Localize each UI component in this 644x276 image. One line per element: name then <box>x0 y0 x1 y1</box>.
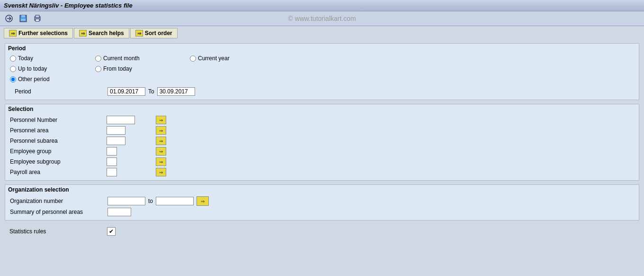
radio-current-month-label: Current month <box>103 55 140 62</box>
personnel-number-label: Personnel Number <box>10 117 105 123</box>
org-number-from-input[interactable] <box>107 197 145 205</box>
personnel-subarea-input[interactable] <box>107 137 125 145</box>
to-label: To <box>148 88 154 95</box>
tab-arrow-search: ⇒ <box>79 30 87 37</box>
svg-rect-3 <box>21 15 25 18</box>
radio-from-today-input[interactable] <box>95 66 101 72</box>
tab-label-sort: Sort order <box>145 30 172 37</box>
title-bar: Svenskt Näringsliv - Employee statistics… <box>0 0 644 11</box>
radio-current-year-label: Current year <box>198 55 230 62</box>
save-icon[interactable] <box>18 13 28 24</box>
period-to-input[interactable] <box>157 87 195 96</box>
period-date-row: Period To <box>15 87 634 96</box>
title-text: Svenskt Näringsliv - Employee statistics… <box>4 2 133 9</box>
radio-other-period-label: Other period <box>18 76 50 83</box>
radio-from-today[interactable]: From today <box>95 65 190 72</box>
org-to-label: to <box>148 198 153 204</box>
radio-current-year[interactable]: Current year <box>190 55 285 62</box>
statistics-rules-label: Statistics rules <box>9 228 104 235</box>
radio-other-period-input[interactable] <box>10 76 16 83</box>
radio-from-today-label: From today <box>103 65 132 72</box>
personnel-number-arrow[interactable]: ⇒ <box>156 116 166 124</box>
tabs-bar: ⇒ Further selections ⇒ Search helps ⇒ So… <box>0 26 644 40</box>
tab-search-helps[interactable]: ⇒ Search helps <box>74 28 129 38</box>
employee-subgroup-arrow[interactable]: ⇒ <box>156 157 166 166</box>
tab-further-selections[interactable]: ⇒ Further selections <box>4 28 73 38</box>
employee-subgroup-label: Employee subgroup <box>10 158 105 165</box>
org-selection-section: Organization selection Organization numb… <box>5 184 639 221</box>
radio-current-year-input[interactable] <box>190 55 196 62</box>
toolbar: © www.tutorialkart.com <box>0 11 644 26</box>
radio-today[interactable]: Today <box>10 55 95 62</box>
navigate-icon[interactable] <box>4 13 14 24</box>
tab-sort-order[interactable]: ⇒ Sort order <box>130 28 178 38</box>
svg-rect-6 <box>36 15 39 18</box>
radio-current-month[interactable]: Current month <box>95 55 190 62</box>
personnel-area-label: Personnel area <box>10 127 105 134</box>
tab-label-further: Further selections <box>18 30 68 37</box>
tab-arrow-sort: ⇒ <box>135 30 143 37</box>
radio-today-label: Today <box>18 55 33 62</box>
employee-group-arrow[interactable]: ⇒ <box>156 147 166 156</box>
radio-up-to-today-label: Up to today <box>18 65 47 72</box>
employee-subgroup-input[interactable] <box>107 157 117 166</box>
org-selection-title: Organization selection <box>5 185 639 194</box>
personnel-number-input[interactable] <box>107 116 135 124</box>
selection-title: Selection <box>5 104 639 114</box>
summary-personnel-label: Summary of personnel areas <box>10 209 105 215</box>
selection-grid: Personnel Number ⇒ Personnel area ⇒ Pers… <box>10 116 634 176</box>
org-number-label: Organization number <box>10 198 105 204</box>
radio-up-to-today[interactable]: Up to today <box>10 65 95 72</box>
personnel-subarea-label: Personnel subarea <box>10 138 105 144</box>
period-title: Period <box>5 44 639 53</box>
tab-label-search: Search helps <box>89 30 124 37</box>
period-from-input[interactable] <box>107 87 145 96</box>
summary-personnel-input[interactable] <box>107 208 131 216</box>
summary-personnel-row: Summary of personnel areas <box>10 208 634 216</box>
payroll-area-arrow[interactable]: ⇒ <box>156 168 166 176</box>
personnel-area-input[interactable] <box>107 126 125 135</box>
radio-current-month-input[interactable] <box>95 55 101 62</box>
org-number-to-input[interactable] <box>156 197 194 205</box>
period-field-label: Period <box>15 88 105 95</box>
watermark: © www.tutorialkart.com <box>288 15 356 22</box>
selection-content: Personnel Number ⇒ Personnel area ⇒ Pers… <box>5 114 639 180</box>
period-section: Period Today Current month Current year … <box>5 43 639 100</box>
tab-arrow-further: ⇒ <box>9 30 17 37</box>
org-number-arrow[interactable]: ⇒ <box>197 196 209 206</box>
employee-group-input[interactable] <box>107 147 117 156</box>
org-selection-content: Organization number to ⇒ Summary of pers… <box>5 194 639 220</box>
main-content: Period Today Current month Current year … <box>0 40 644 241</box>
org-number-row: Organization number to ⇒ <box>10 196 634 206</box>
period-content: Today Current month Current year Up to t… <box>5 53 639 100</box>
selection-section: Selection Personnel Number ⇒ Personnel a… <box>5 104 639 181</box>
radio-up-to-today-input[interactable] <box>10 66 16 72</box>
payroll-area-label: Payroll area <box>10 169 105 175</box>
svg-rect-4 <box>21 18 26 21</box>
svg-rect-7 <box>36 19 39 21</box>
personnel-subarea-arrow[interactable]: ⇒ <box>156 137 166 145</box>
period-radios: Today Current month Current year Up to t… <box>10 55 634 84</box>
employee-group-label: Employee group <box>10 148 105 155</box>
personnel-area-arrow[interactable]: ⇒ <box>156 126 166 135</box>
radio-other-period[interactable]: Other period <box>10 76 95 83</box>
statistics-rules-row: Statistics rules ✔ <box>5 224 639 239</box>
radio-today-input[interactable] <box>10 55 16 62</box>
print-icon[interactable] <box>32 13 43 24</box>
statistics-rules-checkbox[interactable]: ✔ <box>107 227 116 236</box>
payroll-area-input[interactable] <box>107 168 117 176</box>
